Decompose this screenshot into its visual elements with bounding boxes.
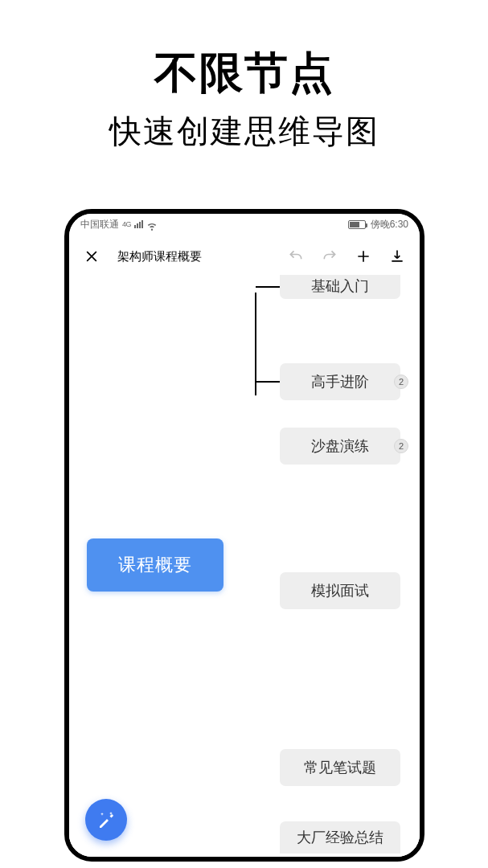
mindmap-root-node[interactable]: 课程概要	[87, 538, 223, 592]
mindmap-child-node[interactable]: 基础入门	[280, 275, 400, 299]
device-frame: 中国联通 4G 傍晚6:30 架构师课程概要	[64, 209, 424, 862]
child-node-label: 常见笔试题	[304, 758, 376, 777]
hero-title: 不限节点	[0, 44, 488, 103]
child-node-label: 模拟面试	[311, 581, 369, 600]
child-count-badge: 2	[394, 439, 408, 453]
mindmap-child-node[interactable]: 高手进阶 2	[280, 363, 400, 400]
network-type-label: 4G	[122, 220, 131, 228]
carrier-label: 中国联通	[80, 218, 119, 231]
undo-icon[interactable]	[285, 245, 307, 268]
mindmap-child-node[interactable]: 模拟面试	[280, 572, 400, 609]
download-button[interactable]	[386, 245, 408, 268]
wifi-icon	[146, 220, 158, 228]
mindmap-child-node[interactable]: 常见笔试题	[280, 749, 400, 786]
close-icon[interactable]	[80, 245, 103, 268]
mindmap-canvas[interactable]: 课程概要 基础入门 高手进阶 2 沙盘演练 2 模拟面试 常见笔试题	[69, 275, 420, 857]
child-node-label: 沙盘演练	[311, 436, 369, 456]
mindmap-child-node[interactable]: 大厂经验总结	[280, 821, 400, 854]
add-button[interactable]	[352, 245, 375, 268]
status-bar: 中国联通 4G 傍晚6:30	[69, 214, 420, 235]
screen: 中国联通 4G 傍晚6:30 架构师课程概要	[69, 214, 420, 857]
connector-lines	[69, 275, 310, 395]
child-node-label: 基础入门	[311, 276, 369, 296]
signal-bars-icon	[134, 220, 143, 228]
clock-label: 傍晚6:30	[371, 218, 408, 231]
magic-wand-fab[interactable]	[85, 799, 127, 841]
battery-icon	[348, 220, 366, 229]
editor-toolbar: 架构师课程概要	[69, 238, 420, 275]
root-node-label: 课程概要	[118, 553, 192, 577]
child-count-badge: 2	[394, 375, 408, 389]
redo-icon[interactable]	[318, 245, 341, 268]
child-node-label: 高手进阶	[311, 372, 369, 391]
hero-header: 不限节点 快速创建思维导图	[0, 0, 488, 154]
document-title: 架构师课程概要	[117, 249, 273, 264]
child-node-label: 大厂经验总结	[297, 828, 383, 847]
mindmap-child-node[interactable]: 沙盘演练 2	[280, 428, 400, 465]
hero-subtitle: 快速创建思维导图	[0, 109, 488, 154]
